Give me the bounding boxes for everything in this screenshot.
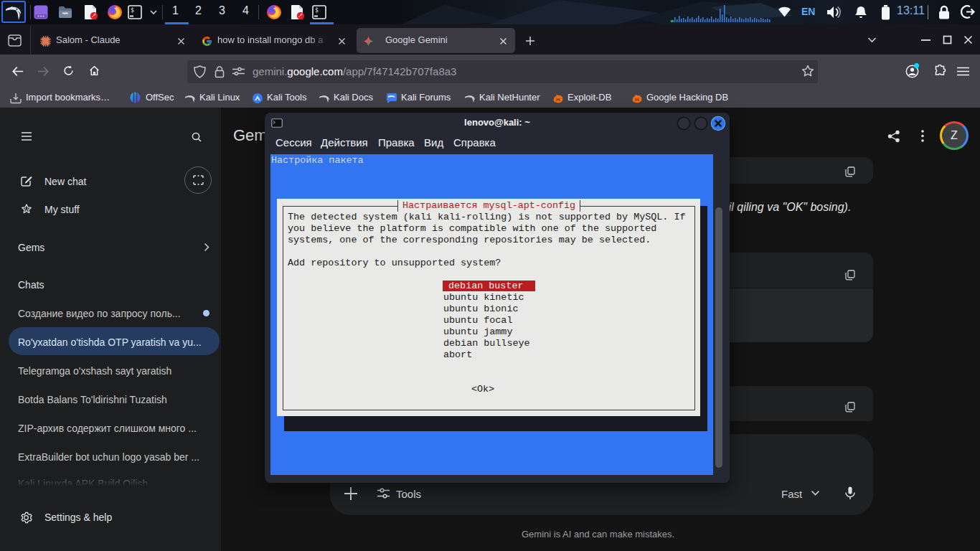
svg-text:$: $ <box>315 7 319 14</box>
svg-text:$: $ <box>131 7 134 14</box>
